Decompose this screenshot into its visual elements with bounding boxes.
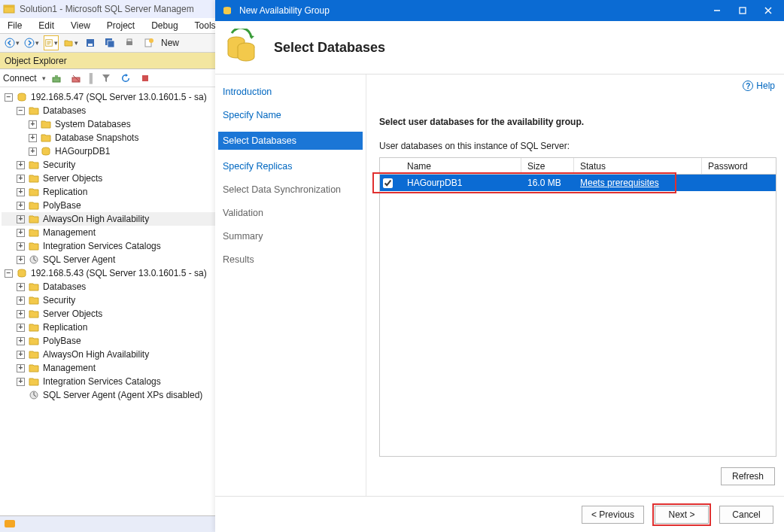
step-summary[interactable]: Summary — [223, 230, 358, 243]
node-label: SQL Server Agent — [43, 253, 115, 266]
connect-label[interactable]: Connect — [3, 73, 37, 84]
svg-rect-6 — [88, 44, 93, 46]
row-status[interactable]: Meets prerequisites — [574, 178, 702, 188]
step-select-databases[interactable]: Select Databases — [218, 132, 363, 150]
disconnect-icon[interactable] — [70, 73, 82, 84]
print-icon[interactable] — [122, 35, 137, 50]
menu-debug[interactable]: Debug — [151, 20, 178, 31]
menu-tools[interactable]: Tools — [195, 20, 216, 31]
refresh-icon[interactable] — [120, 73, 132, 84]
cancel-button[interactable]: Cancel — [719, 506, 773, 524]
save-all-icon[interactable] — [102, 35, 117, 50]
nav-back-icon[interactable]: ▾ — [5, 35, 20, 50]
wizard-logo-icon — [221, 5, 233, 17]
col-password[interactable]: Password — [702, 158, 776, 174]
database-grid: Name Size Status Password HAGourpDB1 16.… — [379, 157, 776, 457]
node-label: Replication — [43, 185, 87, 199]
status-link[interactable]: Meets prerequisites — [580, 178, 659, 188]
svg-point-2 — [5, 38, 14, 47]
folder-icon — [28, 295, 40, 306]
main-subheading: User databases on this instance of SQL S… — [379, 141, 776, 151]
svg-rect-9 — [126, 41, 132, 45]
node-label: AlwaysOn High Availability — [43, 212, 149, 226]
step-specify-replicas[interactable]: Specify Replicas — [223, 160, 358, 173]
node-label: 192.168.5.47 (SQL Server 13.0.1601.5 - s… — [31, 90, 207, 104]
svg-point-3 — [25, 38, 34, 47]
node-label: 192.168.5.43 (SQL Server 13.0.1601.5 - s… — [31, 266, 207, 280]
row-checkbox[interactable] — [380, 176, 401, 190]
step-validation[interactable]: Validation — [223, 206, 358, 220]
help-link[interactable]: ? Help — [743, 81, 775, 91]
svg-rect-16 — [142, 75, 148, 81]
nav-fwd-icon[interactable]: ▾ — [24, 35, 39, 50]
node-label: HAGourpDB1 — [55, 144, 110, 158]
grid-header: Name Size Status Password — [380, 158, 776, 175]
folder-icon — [28, 160, 40, 170]
connect-add-icon[interactable] — [50, 73, 62, 84]
wizard-dialog: New Availability Group Select Databases … — [215, 0, 784, 532]
folder-icon — [28, 227, 40, 238]
step-specify-name[interactable]: Specify Name — [223, 108, 358, 122]
node-label: SQL Server Agent (Agent XPs disabled) — [43, 388, 202, 402]
previous-button[interactable]: < Previous — [582, 506, 644, 524]
agent-icon — [28, 390, 40, 400]
folder-icon — [28, 187, 40, 197]
step-introduction[interactable]: Introduction — [223, 85, 358, 99]
save-icon[interactable] — [83, 35, 98, 50]
menu-edit[interactable]: Edit — [38, 20, 54, 31]
svg-rect-8 — [108, 41, 114, 47]
folder-icon — [28, 376, 40, 387]
menu-view[interactable]: View — [71, 20, 90, 31]
row-size: 16.0 MB — [521, 178, 574, 188]
filter-icon[interactable] — [100, 73, 112, 84]
server-icon — [16, 268, 28, 278]
connect-dropdown-icon[interactable]: ▾ — [42, 74, 46, 82]
wizard-titlebar[interactable]: New Availability Group — [215, 0, 784, 21]
row-name: HAGourpDB1 — [401, 178, 521, 188]
agent-icon — [28, 254, 40, 265]
next-button[interactable]: Next > — [655, 506, 709, 524]
svg-rect-13 — [53, 78, 60, 82]
folder-icon — [28, 214, 40, 224]
node-label: Server Objects — [43, 172, 102, 185]
main-heading: Select user databases for the availabili… — [379, 117, 776, 127]
node-label: Integration Services Catalogs — [43, 375, 161, 388]
new-project-icon[interactable] — [141, 35, 156, 50]
wizard-main: ? Help Select user databases for the ava… — [366, 74, 784, 496]
folder-icon — [40, 119, 52, 129]
svg-rect-10 — [127, 39, 132, 41]
col-status[interactable]: Status — [574, 158, 702, 174]
node-label: AlwaysOn High Availability — [43, 348, 149, 361]
folder-icon — [28, 281, 40, 292]
help-icon: ? — [743, 81, 753, 91]
new-label[interactable]: New — [161, 38, 179, 48]
node-label: Management — [43, 226, 96, 239]
grid-row[interactable]: HAGourpDB1 16.0 MB Meets prerequisites — [380, 175, 776, 191]
folder-icon — [28, 336, 40, 346]
maximize-button[interactable] — [730, 2, 755, 20]
open-icon[interactable]: ▾ — [63, 35, 78, 50]
refresh-button[interactable]: Refresh — [721, 467, 775, 485]
col-name[interactable]: Name — [401, 158, 521, 174]
step-select-data-sync[interactable]: Select Data Synchronization — [223, 183, 358, 196]
folder-icon — [28, 105, 40, 116]
col-size[interactable]: Size — [521, 158, 574, 174]
help-label: Help — [756, 81, 775, 91]
new-query-icon[interactable]: ▾ — [44, 35, 59, 50]
node-label: Integration Services Catalogs — [43, 239, 161, 253]
menu-file[interactable]: File — [8, 20, 22, 31]
wizard-footer: < Previous Next > Cancel — [215, 496, 784, 532]
stop-icon[interactable] — [139, 73, 151, 84]
grid-empty-area — [380, 191, 776, 456]
node-label: Replication — [43, 321, 87, 334]
close-button[interactable] — [755, 2, 781, 20]
folder-icon — [28, 173, 40, 184]
menu-project[interactable]: Project — [107, 20, 135, 31]
step-results[interactable]: Results — [223, 253, 358, 266]
svg-point-12 — [149, 38, 153, 43]
col-checkbox[interactable] — [380, 158, 401, 174]
server-icon — [16, 92, 28, 102]
refresh-row: Refresh — [379, 457, 776, 496]
svg-rect-14 — [55, 75, 58, 78]
minimize-button[interactable] — [704, 2, 730, 20]
